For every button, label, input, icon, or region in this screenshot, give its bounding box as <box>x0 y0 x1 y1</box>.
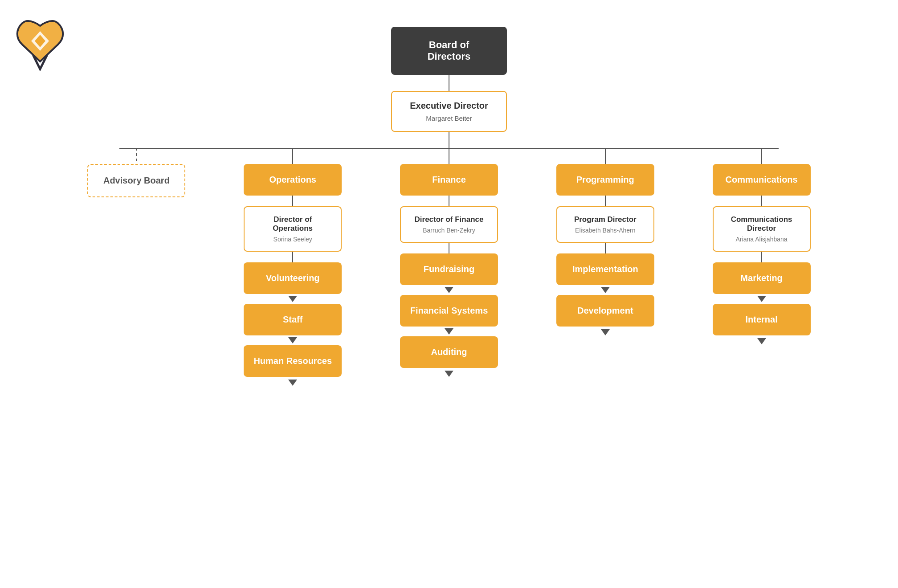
arr-prog-2 <box>601 329 610 335</box>
conn-comm-bot <box>761 252 762 262</box>
internal-label: Internal <box>745 314 777 324</box>
connector-board-exec <box>449 75 449 91</box>
ops-director-name: Sorina Seeley <box>253 236 332 243</box>
communications-col: Communications Communications Director A… <box>695 148 828 347</box>
conn-fin-top <box>449 148 449 164</box>
fundraising-label: Fundraising <box>424 264 474 274</box>
communications-box[interactable]: Communications <box>713 164 811 196</box>
communications-label: Communications <box>725 175 797 184</box>
board-label: Board of Directors <box>428 39 471 62</box>
conn-prog-top <box>605 148 606 164</box>
finance-label: Finance <box>432 175 466 184</box>
exec-row: Executive Director Margaret Beiter <box>391 91 507 132</box>
dept-row: Advisory Board Operations Director of Op… <box>70 148 828 388</box>
financial-systems-label: Financial Systems <box>410 306 488 315</box>
finance-box[interactable]: Finance <box>400 164 498 196</box>
arr-comm-1 <box>757 296 766 302</box>
comm-director-title: Communications Director <box>722 215 801 233</box>
fin-director-title: Director of Finance <box>410 215 488 224</box>
conn-ops-bot <box>292 252 293 262</box>
connector-exec-tier <box>449 132 449 148</box>
hr-box[interactable]: Human Resources <box>244 345 342 377</box>
development-box[interactable]: Development <box>556 295 654 327</box>
comm-director-name: Ariana Alisjahbana <box>722 236 801 243</box>
arr-ops-3 <box>288 380 297 386</box>
prog-director-name: Elisabeth Bahs-Ahern <box>566 227 645 234</box>
implementation-label: Implementation <box>572 264 638 274</box>
programming-col: Programming Program Director Elisabeth B… <box>539 148 671 338</box>
conn-fin-mid <box>449 196 449 206</box>
volunteering-box[interactable]: Volunteering <box>244 262 342 294</box>
arr-fin-3 <box>445 371 453 377</box>
arr-ops-2 <box>288 337 297 343</box>
programming-box[interactable]: Programming <box>556 164 654 196</box>
conn-prog-mid <box>605 196 606 206</box>
operations-col: Operations Director of Operations Sorina… <box>227 148 359 388</box>
internal-box[interactable]: Internal <box>713 304 811 335</box>
hr-label: Human Resources <box>253 356 332 366</box>
arr-fin-2 <box>445 328 453 335</box>
board-row: Board of Directors <box>391 27 507 75</box>
arr-ops-1 <box>288 296 297 302</box>
prog-director-box: Program Director Elisabeth Bahs-Ahern <box>556 206 654 243</box>
prog-director-title: Program Director <box>566 215 645 224</box>
financial-systems-box[interactable]: Financial Systems <box>400 295 498 327</box>
conn-ops-mid <box>292 196 293 206</box>
advisory-box: Advisory Board <box>87 164 185 197</box>
implementation-box[interactable]: Implementation <box>556 253 654 285</box>
fin-director-box: Director of Finance Barruch Ben-Zekry <box>400 206 498 243</box>
finance-col: Finance Director of Finance Barruch Ben-… <box>383 148 515 380</box>
arr-fin-1 <box>445 287 453 293</box>
comm-director-box: Communications Director Ariana Alisjahba… <box>713 206 811 252</box>
conn-comm-mid <box>761 196 762 206</box>
arr-comm-2 <box>757 338 766 344</box>
ops-director-title: Director of Operations <box>253 215 332 233</box>
conn-fin-bot <box>449 243 449 253</box>
exec-title: Executive Director <box>405 101 493 111</box>
fin-director-name: Barruch Ben-Zekry <box>410 227 488 234</box>
advisory-col: Advisory Board <box>70 148 203 197</box>
fundraising-box[interactable]: Fundraising <box>400 253 498 285</box>
operations-box[interactable]: Operations <box>244 164 342 196</box>
auditing-label: Auditing <box>431 347 467 357</box>
ops-director-box: Director of Operations Sorina Seeley <box>244 206 342 252</box>
conn-prog-bot <box>605 243 606 253</box>
development-label: Development <box>577 306 633 315</box>
staff-label: Staff <box>283 314 302 324</box>
auditing-box[interactable]: Auditing <box>400 336 498 368</box>
advisory-label: Advisory Board <box>103 176 170 185</box>
programming-label: Programming <box>576 175 634 184</box>
connector-advisory <box>136 148 137 164</box>
volunteering-label: Volunteering <box>266 273 320 283</box>
marketing-label: Marketing <box>740 273 782 283</box>
org-chart: Board of Directors Executive Director Ma… <box>0 0 898 388</box>
exec-name: Margaret Beiter <box>405 114 493 122</box>
exec-box: Executive Director Margaret Beiter <box>391 91 507 132</box>
conn-comm-top <box>761 148 762 164</box>
arr-prog-1 <box>601 287 610 293</box>
board-box: Board of Directors <box>391 27 507 75</box>
staff-box[interactable]: Staff <box>244 304 342 335</box>
conn-ops-top <box>292 148 293 164</box>
marketing-box[interactable]: Marketing <box>713 262 811 294</box>
operations-label: Operations <box>269 175 316 184</box>
